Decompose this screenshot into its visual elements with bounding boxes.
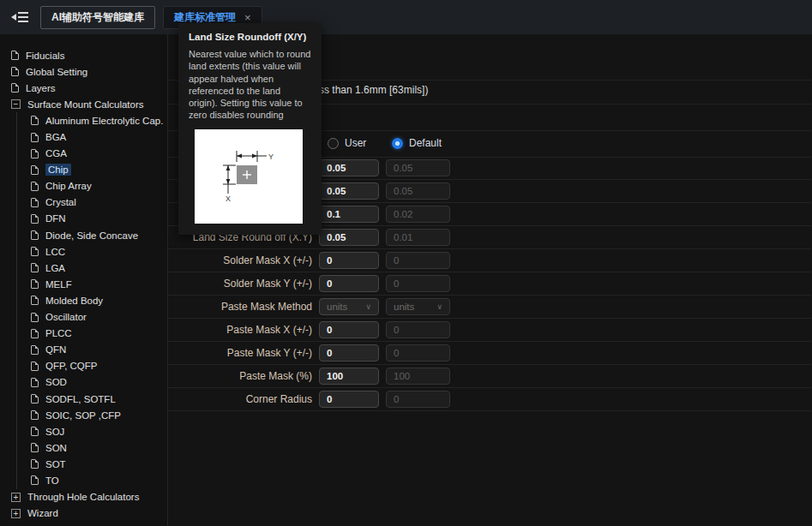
sidebar-item-label: Chip — [45, 164, 71, 176]
sidebar-item-label: Chip Array — [45, 181, 92, 191]
file-icon — [31, 149, 39, 158]
default-value-input — [386, 182, 450, 200]
dimension-x-label: X — [226, 194, 231, 203]
file-icon — [31, 247, 39, 256]
sidebar-item-label: CGA — [45, 148, 67, 158]
row-label: Solder Mask X (+/-) — [168, 254, 312, 266]
value-input[interactable] — [319, 275, 379, 292]
sidebar-item-label: Surface Mount Calculators — [27, 99, 144, 110]
sidebar-item-oscillator[interactable]: Oscillator — [17, 309, 167, 326]
sidebar-item-melf[interactable]: MELF — [17, 276, 167, 292]
tooltip-diagram: Y X — [195, 129, 303, 224]
sidebar-item-sod[interactable]: SOD — [17, 374, 167, 391]
tab-ai-symbol-library[interactable]: AI辅助符号智能建库 — [40, 6, 155, 29]
default-value-input — [386, 275, 450, 292]
file-icon — [31, 427, 39, 436]
sidebar-item-qfn[interactable]: QFN — [17, 342, 167, 358]
default-value-input — [386, 252, 450, 269]
file-icon — [31, 165, 39, 175]
sidebar-item-diode-side-concave[interactable]: Diode, Side Concave — [17, 227, 167, 243]
default-value-input — [386, 391, 450, 408]
sidebar-item-label: Wizard — [27, 508, 58, 518]
sidebar-item-label: SOT — [45, 459, 66, 469]
sidebar-item-dfn[interactable]: DFN — [17, 211, 167, 227]
app-window: AI辅助符号智能建库 建库标准管理 × FiducialsGlobal Sett… — [0, 0, 812, 526]
collapse-sidebar-icon[interactable] — [11, 9, 30, 25]
row-label: Solder Mask Y (+/-) — [168, 278, 312, 290]
file-icon — [31, 394, 39, 403]
sidebar-item-plcc[interactable]: PLCC — [17, 326, 167, 342]
sidebar-item-label: LCC — [45, 247, 65, 257]
file-icon — [31, 182, 39, 191]
sidebar-item-chip-array[interactable]: Chip Array — [17, 178, 167, 194]
sidebar-item-through-hole-calculators[interactable]: +Through Hole Calculators — [0, 489, 167, 505]
sidebar-item-label: Fiducials — [26, 51, 64, 61]
file-icon — [31, 313, 39, 322]
radio-user[interactable]: User — [328, 137, 366, 149]
sidebar-item-fiducials[interactable]: Fiducials — [0, 47, 167, 63]
tooltip-title: Land Size Roundoff (X/Y) — [189, 32, 311, 42]
sidebar-item-qfp-cqfp[interactable]: QFP, CQFP — [17, 358, 167, 374]
radio-circle-icon[interactable] — [392, 138, 403, 149]
value-input[interactable] — [319, 344, 379, 362]
sidebar-item-aluminum-electrolytic-cap[interactable]: Aluminum Electrolytic Cap. — [17, 112, 167, 129]
sidebar-item-lga[interactable]: LGA — [17, 260, 167, 276]
sidebar-item-cga[interactable]: CGA — [17, 146, 167, 162]
sidebar-item-label: SON — [45, 443, 67, 453]
sidebar-item-sodfl-sotfl[interactable]: SODFL, SOTFL — [17, 391, 167, 407]
form-row-paste-mask-x: Paste Mask X (+/-) — [168, 319, 811, 342]
default-value-input — [386, 321, 450, 338]
chevron-down-icon: ∨ — [365, 302, 371, 311]
value-input[interactable] — [319, 182, 379, 200]
sidebar-item-label: MELF — [45, 279, 72, 290]
sidebar-item-sot[interactable]: SOT — [17, 456, 167, 472]
close-tab-icon[interactable]: × — [244, 11, 251, 24]
file-icon — [31, 133, 39, 142]
sidebar-item-wizard[interactable]: +Wizard — [0, 505, 167, 522]
file-icon — [31, 198, 39, 207]
expand-node-icon[interactable]: + — [11, 493, 21, 502]
value-input[interactable] — [319, 252, 379, 269]
tab-label: 建库标准管理 — [174, 10, 236, 25]
radio-default[interactable]: Default — [392, 137, 442, 149]
value-input[interactable] — [319, 321, 379, 338]
default-value-input — [386, 229, 450, 246]
sidebar-item-son[interactable]: SON — [17, 439, 167, 456]
sidebar-item-crystal[interactable]: Crystal — [17, 194, 167, 211]
sidebar-item-soj[interactable]: SOJ — [17, 423, 167, 439]
value-input[interactable] — [319, 206, 379, 223]
sidebar-item-global-setting[interactable]: Global Setting — [0, 63, 167, 80]
sidebar-item-soic-sop-cfp[interactable]: SOIC, SOP ,CFP — [17, 407, 167, 423]
file-icon — [31, 329, 39, 338]
sidebar-item-lcc[interactable]: LCC — [17, 243, 167, 260]
sidebar-item-label: SODFL, SOTFL — [45, 394, 116, 404]
collapse-node-icon[interactable]: − — [11, 99, 21, 109]
value-input[interactable] — [319, 229, 379, 246]
file-icon — [11, 51, 19, 60]
sidebar-item-label: Diode, Side Concave — [45, 230, 138, 241]
row-label: Paste Mask Method — [168, 301, 312, 313]
sidebar-item-bga[interactable]: BGA — [17, 129, 167, 145]
sidebar-item-molded-body[interactable]: Molded Body — [17, 292, 167, 308]
expand-node-icon[interactable]: + — [11, 509, 21, 518]
dropdown-value: units — [394, 302, 414, 312]
sidebar-item-to[interactable]: TO — [17, 472, 167, 488]
sidebar-item-chip[interactable]: Chip — [17, 162, 167, 178]
chevron-down-icon: ∨ — [436, 302, 442, 311]
sidebar-item-layers[interactable]: Layers — [0, 80, 167, 96]
value-input[interactable] — [319, 368, 379, 385]
row-label: Paste Mask X (+/-) — [168, 324, 312, 336]
sidebar-item-label: SOJ — [45, 427, 64, 437]
default-units-dropdown: units∨ — [386, 298, 450, 315]
form-row-solder-mask-x: Solder Mask X (+/-) — [168, 249, 811, 272]
sidebar-item-surface-mount-calculators[interactable]: −Surface Mount Calculators — [0, 96, 167, 112]
file-icon — [31, 279, 39, 289]
form-row-paste-mask-y: Paste Mask Y (+/-) — [168, 342, 811, 365]
radio-label: Default — [409, 137, 442, 149]
radio-circle-icon[interactable] — [328, 138, 339, 149]
value-input[interactable] — [319, 159, 379, 176]
value-input[interactable] — [319, 391, 379, 408]
sidebar: FiducialsGlobal SettingLayers−Surface Mo… — [0, 34, 168, 526]
file-icon — [31, 410, 39, 420]
dimension-y-label: Y — [268, 152, 274, 160]
